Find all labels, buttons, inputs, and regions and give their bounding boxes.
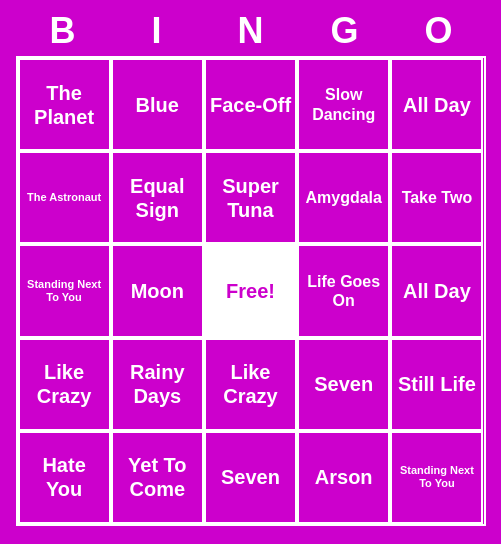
- bingo-letter: I: [110, 10, 204, 52]
- bingo-letter: O: [392, 10, 486, 52]
- cell-r3-c0: Like Crazy: [18, 338, 111, 431]
- cell-r2-c1: Moon: [111, 244, 204, 337]
- cell-r3-c1: Rainy Days: [111, 338, 204, 431]
- cell-r1-c4: Take Two: [390, 151, 483, 244]
- cell-r4-c0: Hate You: [18, 431, 111, 524]
- bingo-letter: N: [204, 10, 298, 52]
- cell-r2-c0: Standing Next To You: [18, 244, 111, 337]
- cell-r1-c3: Amygdala: [297, 151, 390, 244]
- cell-r2-c4: All Day: [390, 244, 483, 337]
- cell-r4-c3: Arson: [297, 431, 390, 524]
- bingo-letter: G: [298, 10, 392, 52]
- cell-r4-c2: Seven: [204, 431, 297, 524]
- cell-r4-c4: Standing Next To You: [390, 431, 483, 524]
- bingo-letter: B: [16, 10, 110, 52]
- cell-r0-c0: The Planet: [18, 58, 111, 151]
- cell-r1-c0: The Astronaut: [18, 151, 111, 244]
- cell-r3-c2: Like Crazy: [204, 338, 297, 431]
- cell-r0-c2: Face-Off: [204, 58, 297, 151]
- cell-r1-c2: Super Tuna: [204, 151, 297, 244]
- cell-r1-c1: Equal Sign: [111, 151, 204, 244]
- cell-r2-c3: Life Goes On: [297, 244, 390, 337]
- cell-r0-c1: Blue: [111, 58, 204, 151]
- cell-r0-c4: All Day: [390, 58, 483, 151]
- bingo-grid: The PlanetBlueFace-OffSlow DancingAll Da…: [16, 56, 486, 526]
- cell-r0-c3: Slow Dancing: [297, 58, 390, 151]
- cell-r3-c3: Seven: [297, 338, 390, 431]
- cell-r2-c2: Free!: [204, 244, 297, 337]
- bingo-header: BINGO: [16, 10, 486, 52]
- cell-r3-c4: Still Life: [390, 338, 483, 431]
- cell-r4-c1: Yet To Come: [111, 431, 204, 524]
